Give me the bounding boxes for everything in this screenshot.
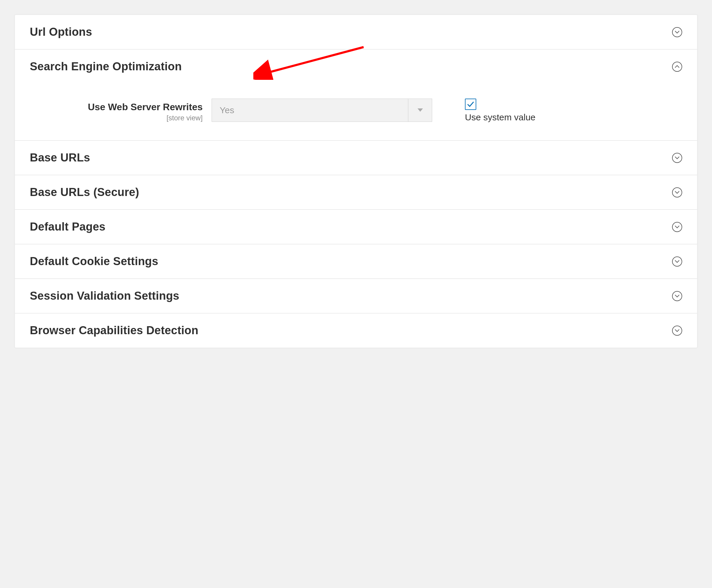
caret-down-icon (408, 99, 432, 122)
section-session-validation: Session Validation Settings (15, 279, 697, 313)
chevron-down-icon (672, 222, 682, 232)
section-url-options: Url Options (15, 15, 697, 49)
section-title: Base URLs (30, 151, 90, 164)
chevron-up-icon (672, 62, 682, 72)
section-title: Base URLs (Secure) (30, 186, 139, 199)
section-header-base-urls-secure[interactable]: Base URLs (Secure) (15, 175, 697, 209)
section-title: Url Options (30, 26, 92, 38)
chevron-down-icon (672, 27, 682, 37)
section-base-urls-secure: Base URLs (Secure) (15, 175, 697, 210)
section-default-cookie: Default Cookie Settings (15, 244, 697, 279)
use-system-value-checkbox-row: Use system value (465, 99, 535, 122)
section-header-default-cookie[interactable]: Default Cookie Settings (15, 244, 697, 278)
section-title: Session Validation Settings (30, 290, 179, 302)
field-control-col: Yes (211, 99, 432, 122)
section-browser-caps: Browser Capabilities Detection (15, 313, 697, 348)
check-icon (467, 101, 474, 107)
field-secondary-col: Use system value (441, 99, 535, 122)
use-system-value-label: Use system value (465, 112, 535, 122)
field-label-col: Use Web Server Rewrites [store view] (30, 99, 203, 122)
section-seo: Search Engine Optimization Use Web Serve… (15, 49, 697, 141)
chevron-down-icon (672, 326, 682, 336)
section-base-urls: Base URLs (15, 141, 697, 175)
chevron-down-icon (672, 187, 682, 197)
select-value: Yes (212, 99, 408, 122)
use-web-server-rewrites-select[interactable]: Yes (211, 99, 432, 122)
section-title: Browser Capabilities Detection (30, 324, 199, 337)
config-panel: Url Options Search Engine Optimization (15, 15, 697, 348)
chevron-down-icon (672, 291, 682, 301)
use-system-value-checkbox[interactable] (465, 99, 476, 110)
section-header-seo[interactable]: Search Engine Optimization (15, 49, 697, 84)
chevron-down-icon (672, 153, 682, 163)
section-title: Default Pages (30, 220, 105, 233)
chevron-down-icon (672, 256, 682, 267)
section-header-default-pages[interactable]: Default Pages (15, 210, 697, 244)
section-title: Search Engine Optimization (30, 60, 182, 73)
section-header-url-options[interactable]: Url Options (15, 15, 697, 49)
section-title: Default Cookie Settings (30, 255, 158, 268)
field-scope: [store view] (30, 114, 203, 122)
section-default-pages: Default Pages (15, 210, 697, 244)
section-body-seo: Use Web Server Rewrites [store view] Yes (15, 84, 697, 140)
section-header-base-urls[interactable]: Base URLs (15, 141, 697, 175)
section-header-browser-caps[interactable]: Browser Capabilities Detection (15, 313, 697, 348)
field-use-web-server-rewrites: Use Web Server Rewrites [store view] Yes (30, 99, 682, 122)
svg-marker-2 (418, 108, 423, 112)
field-label: Use Web Server Rewrites (30, 102, 203, 112)
section-header-session-validation[interactable]: Session Validation Settings (15, 279, 697, 313)
